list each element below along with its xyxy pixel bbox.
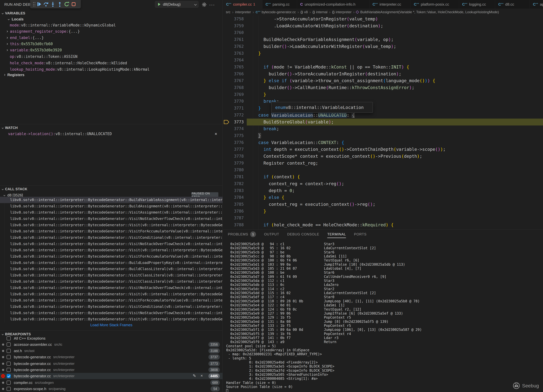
- terminal-line: - length: 5: [226, 356, 543, 360]
- stack-frame[interactable]: libv8.so!v8::internal::interpreter::Byte…: [0, 222, 223, 228]
- call-stack-section-header[interactable]: CALL STACK: [0, 186, 223, 192]
- stack-frame[interactable]: libv8.so!v8::internal::interpreter::Byte…: [0, 247, 223, 253]
- variable-row[interactable]: assignment_register_scope: {...}: [0, 28, 223, 34]
- editor-tab-d8.cc[interactable]: C++d8.cc: [495, 0, 530, 9]
- tab-label: parsing.cc: [272, 2, 290, 7]
- panel-tab-output[interactable]: OUTPUT: [264, 230, 279, 239]
- watch-expression-row[interactable]: variable->location(): v8::internal::UNAL…: [0, 131, 223, 137]
- stack-frame[interactable]: libv8.so!v8::internal::interpreter::Byte…: [0, 297, 223, 304]
- editor-tab-interpreter.cc[interactable]: C++interpreter.cc: [369, 0, 411, 9]
- breakpoint-row[interactable]: bytecode-generator.ccsrc/interpreter3808: [0, 367, 223, 373]
- code-editor[interactable]: 3758 ->StoreAccumulatorInRegister(value_…: [223, 16, 543, 229]
- terminal-line: Handler Table (size = 0): [226, 381, 543, 385]
- checkbox[interactable]: [7, 374, 11, 378]
- checkbox[interactable]: [7, 336, 11, 340]
- stack-frame[interactable]: libv8.so!v8::internal::interpreter::Byte…: [0, 291, 223, 297]
- stack-frame[interactable]: libv8.so!v8::internal::interpreter::Byte…: [0, 259, 223, 266]
- variable-row[interactable]: end_label: {...}: [0, 34, 223, 41]
- panel-tab-problems[interactable]: PROBLEMS1: [228, 230, 256, 239]
- stack-frame[interactable]: libv8.so!v8::internal::interpreter::Byte…: [0, 203, 223, 209]
- remove-watch-icon[interactable]: ×: [215, 131, 217, 136]
- checkbox[interactable]: [7, 362, 11, 366]
- checkbox[interactable]: [7, 387, 11, 391]
- panel-tab-bar: PROBLEMS1OUTPUTDEBUG CONSOLETERMINALPORT…: [228, 230, 367, 239]
- code-line: }: [248, 208, 543, 215]
- stack-frame[interactable]: libv8.so!v8::internal::interpreter::Byte…: [0, 215, 223, 222]
- stack-frame[interactable]: libv8.so!v8::internal::interpreter::Byte…: [0, 197, 223, 203]
- code-line: builder()->StoreAccumulatorInRegister(de…: [248, 71, 543, 77]
- stop-button[interactable]: [70, 1, 77, 8]
- edit-breakpoint-icon[interactable]: ✎: [193, 373, 196, 378]
- breadcrumb-item[interactable]: {}interpreter: [332, 10, 351, 14]
- breakpoint-row[interactable]: ast.hsrc/ast3188: [0, 348, 223, 354]
- breakpoint-row[interactable]: accessor-assembler.ccsrc/ic3356: [0, 341, 223, 348]
- stack-frame[interactable]: libv8.so!v8::internal::interpreter::Byte…: [0, 285, 223, 291]
- breadcrumb-item[interactable]: interpreter: [235, 10, 251, 14]
- panel-tab-terminal[interactable]: TERMINAL: [327, 230, 346, 239]
- continue-button[interactable]: [36, 1, 42, 8]
- variable-row[interactable]: variable: 0x557b3d0e3920: [0, 47, 223, 53]
- breakpoint-row[interactable]: compiler.ccsrc/codegen689: [0, 380, 223, 386]
- toolbar-drag-handle-icon[interactable]: [32, 2, 35, 7]
- stack-frame[interactable]: libv8.so!v8::internal::interpreter::Byte…: [0, 272, 223, 278]
- stack-frame[interactable]: libv8.so!v8::internal::interpreter::Byte…: [0, 209, 223, 215]
- breakpoint-row[interactable]: bytecode-generator.ccsrc/interpreter✎×44…: [0, 373, 223, 379]
- load-more-stack-frames-link[interactable]: Load More Stack Frames: [0, 323, 223, 327]
- chevron-down-icon: [2, 188, 4, 190]
- breadcrumb-item[interactable]: C++bytecode-generator.cc: [256, 10, 296, 14]
- checkbox[interactable]: [7, 342, 11, 347]
- stack-frame[interactable]: libv8.so!v8::internal::interpreter::Byte…: [0, 266, 223, 272]
- breakpoint-row[interactable]: bytecode-generator.ccsrc/interpreter3737: [0, 354, 223, 360]
- panel-tab-debug-console[interactable]: DEBUG CONSOLE: [287, 230, 319, 239]
- editor-tab-parsing.cc[interactable]: C++parsing.cc: [262, 0, 297, 9]
- chevron-down-icon: [2, 333, 4, 335]
- all-exceptions-breakpoint[interactable]: All C++ Exceptions: [0, 335, 223, 342]
- breadcrumb-item[interactable]: src: [226, 10, 231, 14]
- breakpoint-row[interactable]: expression-scope.hsrc/parsing54: [0, 386, 223, 392]
- restart-button[interactable]: [63, 1, 70, 8]
- editor-tab-unoptimized-compilation-info.h[interactable]: Cunoptimized-compilation-info.h: [297, 0, 369, 9]
- variable-row[interactable]: this: 0x557b3d0cfb60: [0, 41, 223, 47]
- variable-row[interactable]: mode: v8::internal::VariableMode::kDynam…: [0, 22, 223, 28]
- breadcrumb-item[interactable]: {}internal: [312, 10, 327, 14]
- editor-tab-platform-posix.cc[interactable]: C++platform-posix.cc: [411, 0, 459, 9]
- stack-frame[interactable]: libv8.so!v8::internal::interpreter::Byte…: [0, 278, 223, 285]
- stack-frame[interactable]: libv8.so!v8::internal::interpreter::Byte…: [0, 316, 223, 322]
- stack-frame[interactable]: libv8.so!v8::internal::interpreter::Byte…: [0, 310, 223, 316]
- step-into-button[interactable]: [49, 1, 56, 8]
- hover-tooltip: enum v8::internal::VariableLocation: [271, 102, 373, 113]
- terminal-output[interactable]: 0x2d230025a5c8 @ 94 : c1 Star3 0x2d23002…: [226, 242, 543, 392]
- remove-breakpoint-icon[interactable]: ×: [200, 373, 203, 378]
- checkbox[interactable]: [7, 349, 11, 353]
- checkbox[interactable]: [7, 381, 11, 385]
- step-over-button[interactable]: [42, 1, 49, 8]
- stack-frame[interactable]: libv8.so!v8::internal::interpreter::Byte…: [0, 241, 223, 247]
- stack-frame[interactable]: libv8.so!v8::internal::interpreter::Byte…: [0, 228, 223, 234]
- step-out-button[interactable]: [56, 1, 63, 8]
- stack-frame[interactable]: libv8.so!v8::internal::interpreter::Byte…: [0, 304, 223, 310]
- stack-frame[interactable]: libv8.so!v8::internal::interpreter::Byte…: [0, 234, 223, 241]
- gear-icon[interactable]: [201, 1, 207, 8]
- panel-tab-ports[interactable]: PORTS: [354, 230, 367, 239]
- terminal-line: Constant pool (size = 5): [226, 344, 543, 348]
- registers-group[interactable]: Registers: [0, 72, 223, 78]
- editor-tab-compiler.cc[interactable]: C++compiler.cc1: [223, 0, 262, 9]
- launch-config-select[interactable]: d8(Debug): [155, 1, 198, 8]
- variable-row[interactable]: hole_check_mode: v8::internal::HoleCheck…: [0, 60, 223, 66]
- variable-row[interactable]: op: v8::internal::Token::ASSIGN: [0, 53, 223, 60]
- watch-section-header[interactable]: WATCH: [0, 125, 223, 131]
- breadcrumb-item[interactable]: {}v8: [300, 10, 308, 14]
- breakpoint-row[interactable]: bytecode-generator.ccsrc/interpreter3773: [0, 360, 223, 367]
- locals-group[interactable]: Locals: [0, 16, 223, 22]
- breadcrumb-item[interactable]: BuildVariableAssignment(Variable *, Toke…: [356, 10, 499, 14]
- variables-section-header[interactable]: VARIABLES: [0, 10, 223, 16]
- breadcrumb[interactable]: src›interpreter›C++bytecode-generator.cc…: [223, 9, 543, 16]
- terminal-line: 0x2d230025a5e4 @ 122 : 0d 01 LdaSmi [1]: [226, 303, 543, 307]
- editor-tab-logging.cc[interactable]: C++logging.cc: [459, 0, 495, 9]
- editor-tab-ap[interactable]: C++ap: [530, 0, 543, 9]
- checkbox[interactable]: [7, 368, 11, 372]
- cpp-file-icon: C++: [373, 2, 378, 7]
- checkbox[interactable]: [7, 355, 11, 359]
- stack-frame[interactable]: libv8.so!v8::internal::interpreter::Byte…: [0, 253, 223, 259]
- more-actions-icon[interactable]: ···: [209, 1, 215, 8]
